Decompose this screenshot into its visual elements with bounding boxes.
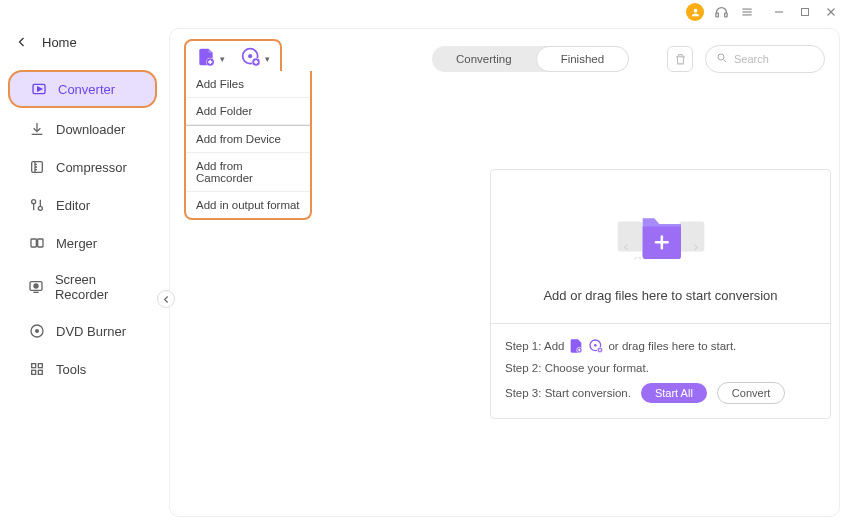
svg-rect-29 xyxy=(38,364,42,368)
minimize-icon[interactable] xyxy=(770,3,788,21)
headset-icon[interactable] xyxy=(712,3,730,21)
chevron-down-icon: ▾ xyxy=(220,54,225,64)
step3-row: Step 3: Start conversion. Start All Conv… xyxy=(505,382,816,404)
sidebar-item-label: Converter xyxy=(58,82,115,97)
sidebar-item-merger[interactable]: Merger xyxy=(8,226,157,260)
dropdown-add-from-camcorder[interactable]: Add from Camcorder xyxy=(186,153,310,192)
compressor-icon xyxy=(28,158,46,176)
user-avatar[interactable] xyxy=(686,3,704,21)
step2-row: Step 2: Choose your format. xyxy=(505,362,816,374)
convert-button[interactable]: Convert xyxy=(717,382,786,404)
tab-finished[interactable]: Finished xyxy=(536,46,629,72)
svg-rect-31 xyxy=(38,370,42,374)
start-all-button[interactable]: Start All xyxy=(641,383,707,403)
sidebar-item-label: Editor xyxy=(56,198,90,213)
search-icon xyxy=(716,50,728,68)
add-dropdown-menu: Add Files Add Folder Add from Device Add… xyxy=(184,71,312,220)
sidebar-item-screen-recorder[interactable]: Screen Recorder xyxy=(8,264,157,310)
hamburger-icon[interactable] xyxy=(738,3,756,21)
dropdown-add-from-device[interactable]: Add from Device xyxy=(186,126,310,153)
add-disc-button[interactable]: ▾ xyxy=(241,47,270,71)
sidebar-item-label: Tools xyxy=(56,362,86,377)
sidebar-item-tools[interactable]: Tools xyxy=(8,352,157,386)
search-box[interactable] xyxy=(705,45,825,73)
sidebar: Home Converter Downloader Compressor xyxy=(0,20,165,527)
home-label: Home xyxy=(42,35,77,50)
disc-plus-icon xyxy=(241,47,261,71)
topbar: ▾ ▾ Add Files Add Folder Add from Device xyxy=(170,29,839,89)
svg-point-24 xyxy=(34,284,38,288)
content-panel: Add or drag files here to start conversi… xyxy=(490,169,831,419)
svg-point-17 xyxy=(32,200,36,204)
add-buttons-group: ▾ ▾ Add Files Add Folder Add from Device xyxy=(184,39,282,79)
dropdown-add-folder[interactable]: Add Folder xyxy=(186,98,310,125)
step1-row: Step 1: Add or drag files here to start. xyxy=(505,338,816,354)
dropdown-add-files[interactable]: Add Files xyxy=(186,71,310,98)
svg-rect-28 xyxy=(32,364,36,368)
sidebar-item-label: Compressor xyxy=(56,160,127,175)
dropzone[interactable]: Add or drag files here to start conversi… xyxy=(491,170,830,323)
svg-rect-45 xyxy=(679,222,704,252)
sidebar-item-converter[interactable]: Converter xyxy=(8,70,157,108)
sidebar-item-downloader[interactable]: Downloader xyxy=(8,112,157,146)
tools-icon xyxy=(28,360,46,378)
svg-line-43 xyxy=(724,60,727,63)
svg-point-42 xyxy=(718,54,724,60)
svg-rect-2 xyxy=(724,13,727,17)
sidebar-item-label: Downloader xyxy=(56,122,125,137)
svg-rect-21 xyxy=(31,239,36,247)
merger-icon xyxy=(28,234,46,252)
svg-rect-30 xyxy=(32,370,36,374)
svg-point-18 xyxy=(38,206,42,210)
file-plus-icon xyxy=(196,47,216,71)
svg-rect-7 xyxy=(802,9,809,16)
screen-recorder-icon xyxy=(28,278,45,296)
svg-marker-11 xyxy=(38,87,42,91)
svg-rect-22 xyxy=(38,239,43,247)
dvd-burner-icon xyxy=(28,322,46,340)
main-panel: ▾ ▾ Add Files Add Folder Add from Device xyxy=(169,28,840,517)
sidebar-item-label: DVD Burner xyxy=(56,324,126,339)
downloader-icon xyxy=(28,120,46,138)
editor-icon xyxy=(28,196,46,214)
svg-point-27 xyxy=(36,330,39,333)
svg-rect-44 xyxy=(617,222,642,252)
steps-area: Step 1: Add or drag files here to start.… xyxy=(491,323,830,418)
chevron-left-icon[interactable] xyxy=(14,34,30,50)
svg-point-52 xyxy=(594,344,597,347)
svg-point-37 xyxy=(248,54,252,58)
collapse-sidebar-button[interactable] xyxy=(157,290,175,308)
svg-rect-1 xyxy=(715,13,718,17)
folder-plus-icon xyxy=(611,194,711,274)
close-icon[interactable] xyxy=(822,3,840,21)
dropzone-text: Add or drag files here to start conversi… xyxy=(543,288,777,303)
maximize-icon[interactable] xyxy=(796,3,814,21)
search-input[interactable] xyxy=(734,53,814,65)
svg-point-0 xyxy=(693,8,697,12)
sidebar-item-editor[interactable]: Editor xyxy=(8,188,157,222)
trash-button[interactable] xyxy=(667,46,693,72)
sidebar-item-label: Merger xyxy=(56,236,97,251)
converter-icon xyxy=(30,80,48,98)
file-plus-icon[interactable] xyxy=(568,338,584,354)
tab-converting[interactable]: Converting xyxy=(432,46,536,72)
sidebar-item-label: Screen Recorder xyxy=(55,272,147,302)
sidebar-item-compressor[interactable]: Compressor xyxy=(8,150,157,184)
dropdown-add-output-format[interactable]: Add in output format xyxy=(186,192,310,218)
add-file-button[interactable]: ▾ xyxy=(196,47,225,71)
titlebar xyxy=(0,0,850,20)
chevron-down-icon: ▾ xyxy=(265,54,270,64)
sidebar-item-dvd-burner[interactable]: DVD Burner xyxy=(8,314,157,348)
disc-plus-icon[interactable] xyxy=(588,338,604,354)
status-tabs: Converting Finished xyxy=(432,46,629,72)
home-row[interactable]: Home xyxy=(0,26,165,58)
